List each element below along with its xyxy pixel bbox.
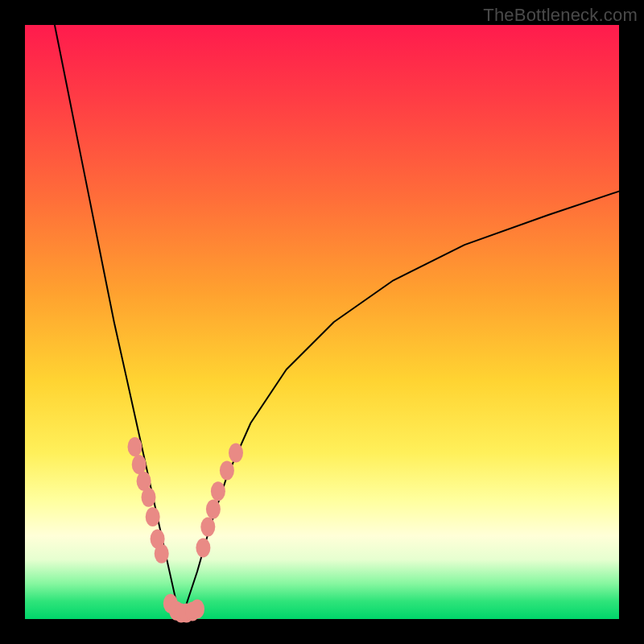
watermark-text: TheBottleneck.com (483, 5, 638, 26)
chart-plot-area (25, 25, 619, 619)
chart-frame: TheBottleneck.com (0, 0, 644, 644)
